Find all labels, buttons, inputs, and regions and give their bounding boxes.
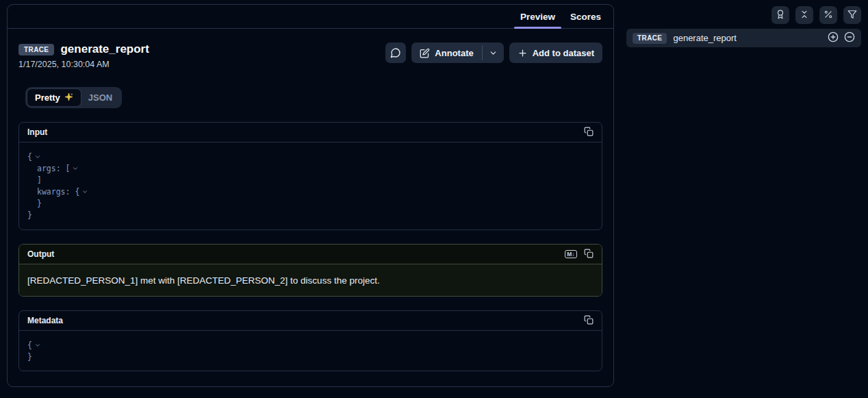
add-to-dataset-label: Add to dataset [533,48,594,58]
circle-plus-icon [828,32,839,45]
markdown-toggle-button[interactable]: M↓ [565,250,577,259]
copy-output-button[interactable] [584,249,593,260]
metadata-panel: Metadata { } [18,310,602,371]
trace-actions: Annotate Add to dataset [385,42,602,63]
copy-icon [584,127,593,138]
fold-vertical-icon [800,10,809,21]
input-panel-header: Input [19,123,602,142]
filter-icon [847,10,857,21]
input-panel-title: Input [27,127,47,137]
toggle-json[interactable]: JSON [81,89,120,106]
copy-metadata-button[interactable] [584,315,593,327]
trace-preview-panel: Preview Scores TRACE generate_report 1/1… [7,4,614,387]
toggle-json-label: JSON [88,92,112,103]
toggle-pretty[interactable]: Pretty [27,89,81,106]
comment-button[interactable] [385,42,406,63]
output-panel-header: Output M↓ [19,245,602,264]
annotate-label: Annotate [435,48,473,58]
tab-preview-label: Preview [520,12,555,22]
tab-scores[interactable]: Scores [563,5,609,28]
toggle-pretty-label: Pretty [35,92,60,103]
output-text: [REDACTED_PERSON_1] met with [REDACTED_P… [27,275,380,286]
copy-icon [584,315,593,327]
page-title: generate_report [60,42,149,56]
annotate-split-button: Annotate [411,42,503,63]
add-to-dataset-button[interactable]: Add to dataset [509,42,602,63]
tab-preview[interactable]: Preview [513,5,563,28]
trace-identity: TRACE generate_report 1/17/2025, 10:30:0… [18,42,149,69]
tab-bar: Preview Scores [8,5,613,29]
chevron-down-icon[interactable] [72,165,79,172]
percent-icon [824,10,833,21]
input-json-viewer: { args: [ ] kwargs: { } } [19,142,602,229]
filter-button[interactable] [843,6,861,24]
metadata-json-viewer: { } [19,331,602,371]
trace-toolbar [771,6,861,24]
chevron-down-icon [489,49,498,58]
metadata-panel-title: Metadata [27,316,63,325]
collapse-tree-button[interactable] [795,6,813,24]
tab-scores-label: Scores [570,12,601,22]
trace-timestamp: 1/17/2025, 10:30:04 AM [18,60,149,69]
copy-input-button[interactable] [584,127,593,138]
chevron-down-icon[interactable] [81,188,88,195]
annotate-button[interactable]: Annotate [411,42,481,63]
trace-type-badge: TRACE [633,33,667,44]
markdown-icon: M↓ [565,250,577,259]
chevron-down-icon[interactable] [34,342,41,349]
metadata-panel-header: Metadata [19,311,602,331]
edit-icon [420,48,430,58]
copy-icon [584,249,593,260]
sparkles-icon [64,92,73,103]
award-icon [776,10,785,21]
metrics-percent-button[interactable] [819,6,837,24]
output-panel: Output M↓ [REDACTED_PERSON_1] met with [… [18,244,602,297]
circle-minus-icon [844,32,855,45]
trace-type-badge: TRACE [18,44,54,55]
output-content: [REDACTED_PERSON_1] met with [REDACTED_P… [19,264,602,296]
expand-all-button[interactable] [828,32,839,45]
input-panel: Input { args: [ ] kwargs: { } } [18,122,602,230]
collapse-all-button[interactable] [844,32,855,45]
tree-node-trace[interactable]: TRACE generate_report [626,29,861,47]
tree-node-title: generate_report [673,33,821,43]
comment-icon [390,47,401,58]
view-mode-toggle: Pretty JSON [25,87,122,108]
plus-icon [518,48,528,58]
scores-badge-button[interactable] [771,6,789,24]
annotate-dropdown-button[interactable] [483,42,504,63]
chevron-down-icon[interactable] [34,153,41,160]
trace-header: TRACE generate_report 1/17/2025, 10:30:0… [18,42,602,69]
output-panel-title: Output [27,249,54,259]
